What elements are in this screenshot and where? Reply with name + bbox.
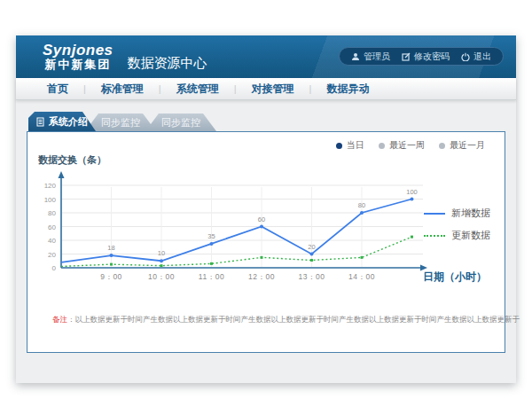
legend-item-update-data: 更新数据 [424,229,490,242]
data-point-label: 60 [258,215,265,223]
radio-dot-icon [336,143,342,149]
legend-label: 新增数据 [451,207,490,220]
footnote-text: ：以上数据更新于时间产生数据以上数据更新于时间产生数据以上数据更新于时间产生数据… [67,315,520,324]
data-point [210,262,213,265]
legend-label: 更新数据 [451,229,490,242]
tab-bar: 系统介绍 同步监控 同步监控 [28,112,516,131]
user-menu-admin[interactable]: 管理员 [351,51,390,63]
user-icon [351,52,360,61]
legend-line-dotted-icon [424,235,445,237]
tab-sync-monitor-1[interactable]: 同步监控 [85,113,156,131]
app-window: Synjones 新中新集团 数据资源中心 管理员 修改密码 退出 首页 | 标… [16,35,516,383]
radio-last-week[interactable]: 最近一周 [379,139,425,152]
nav-item-system-mgmt[interactable]: 系统管理 [161,82,234,97]
change-password-label: 修改密码 [414,51,450,63]
radio-dot-icon [379,143,385,149]
logo-company-name: 新中新集团 [43,59,113,72]
tab-label: 同步监控 [161,116,200,129]
x-tick-label: 9：00 [100,272,122,281]
data-point [210,242,214,246]
data-point [160,259,163,262]
radio-last-week-label: 最近一周 [389,139,425,152]
data-point [411,198,414,201]
logout-button[interactable]: 退出 [461,51,491,63]
data-point [360,211,364,215]
data-point [310,259,313,262]
tab-system-intro[interactable]: 系统介绍 [28,112,96,131]
app-header: Synjones 新中新集团 数据资源中心 管理员 修改密码 退出 [16,35,516,78]
y-axis-arrow-icon [59,171,65,178]
y-tick-label: 0 [52,264,57,272]
data-point [110,254,113,257]
radio-today[interactable]: 当日 [336,139,364,152]
y-axis-title: 数据交换（条） [38,153,106,167]
user-menu-admin-label: 管理员 [364,51,390,63]
time-range-filter: 当日 最近一周 最近一月 [336,139,485,152]
document-icon [36,117,44,127]
logout-label: 退出 [473,51,491,63]
change-password-button[interactable]: 修改密码 [402,51,450,63]
tab-label: 系统介绍 [49,115,88,129]
data-point-label: 100 [406,188,418,196]
footnote-label: 备注 [52,315,67,324]
y-tick-label: 40 [48,237,56,245]
data-point-label: 10 [158,249,165,257]
footnote: 备注：以上数据更新于时间产生数据以上数据更新于时间产生数据以上数据更新于时间产生… [52,315,496,325]
nav-item-home[interactable]: 首页 [32,82,83,97]
y-tick-label: 20 [48,251,56,259]
radio-today-label: 当日 [347,139,364,152]
x-axis-title: 日期（小时） [423,270,487,285]
power-icon [461,52,470,61]
y-tick-label: 100 [44,196,57,204]
y-tick-label: 80 [48,209,56,217]
data-point-label: 18 [107,244,114,252]
x-tick-label: 13：00 [299,272,325,281]
tab-sync-monitor-2[interactable]: 同步监控 [145,113,216,131]
x-tick-label: 10：00 [148,272,175,281]
chart-legend: 新增数据 更新数据 [424,207,490,242]
data-point [310,253,314,256]
tab-label: 同步监控 [101,116,140,129]
page-title: 数据资源中心 [128,55,207,72]
x-tick-label: 14：00 [348,272,375,281]
main-nav: 首页 | 标准管理 | 系统管理 | 对接管理 | 数据异动 [16,78,516,100]
legend-line-solid-icon [424,213,445,215]
content-area: 系统介绍 同步监控 同步监控 当日 最近一周 [16,100,516,383]
logo-wordmark: Synjones [43,42,113,59]
y-tick-label: 120 [44,182,57,190]
data-point [110,263,113,266]
y-tick-label: 60 [48,223,56,231]
data-point-label: 80 [358,201,365,209]
x-tick-label: 12：00 [248,272,275,281]
chart-panel: 当日 最近一周 最近一月 数据交换（条） 0204060801001209：00… [27,131,505,353]
radio-last-month[interactable]: 最近一月 [439,139,485,152]
data-point [160,264,163,267]
nav-item-data-change[interactable]: 数据异动 [311,82,384,97]
nav-item-interface-mgmt[interactable]: 对接管理 [237,82,309,97]
data-point [260,225,263,229]
user-menu: 管理员 修改密码 退出 [339,47,504,66]
data-point [361,256,364,259]
data-point-label: 35 [207,232,215,240]
data-point [261,256,263,259]
legend-item-new-data: 新增数据 [424,207,490,220]
line-chart: 0204060801001209：0010：0011：0012：0013：001… [36,169,435,288]
logo[interactable]: Synjones 新中新集团 [43,42,113,72]
x-tick-label: 11：00 [199,272,224,281]
data-point-label: 20 [308,243,315,251]
edit-icon [402,52,411,61]
nav-item-standard-mgmt[interactable]: 标准管理 [86,82,159,97]
radio-last-month-label: 最近一月 [450,139,485,152]
radio-dot-icon [439,143,445,149]
data-point [411,236,413,239]
